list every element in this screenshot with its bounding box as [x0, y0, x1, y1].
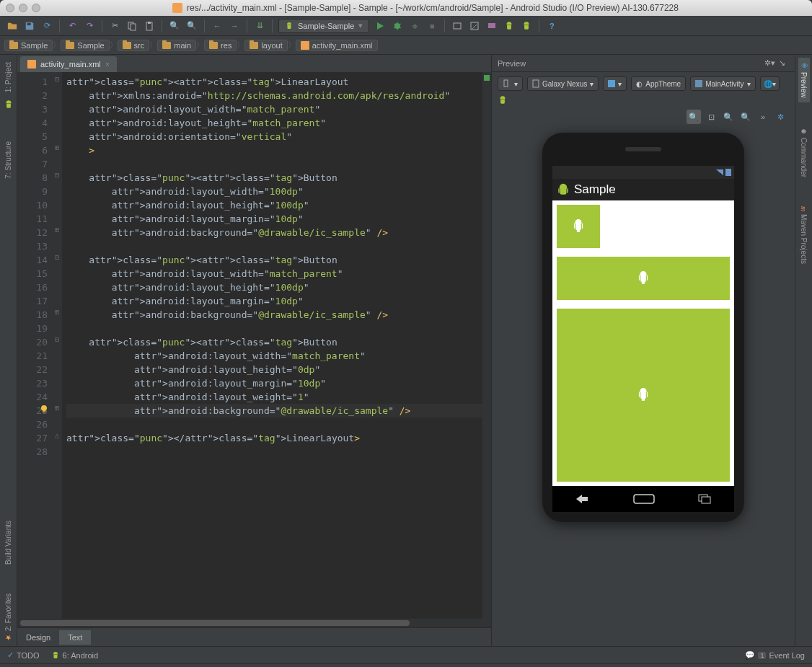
stop-icon[interactable]: ■: [425, 19, 438, 32]
preview-button-2: [557, 257, 730, 300]
preview-panel: Preview ✲▾ ↘ ▾ Galaxy Nexus▾ ▾ ◐AppTheme…: [492, 55, 795, 646]
editor-file-tab[interactable]: activity_main.xml ×: [20, 56, 117, 72]
android-icon[interactable]: [503, 19, 516, 32]
svg-point-5: [394, 23, 400, 29]
make-icon[interactable]: ⇊: [253, 19, 266, 32]
android-icon[interactable]: [498, 95, 508, 105]
todo-tab[interactable]: ✓TODO: [7, 650, 40, 660]
device-dropdown[interactable]: Galaxy Nexus▾: [527, 76, 599, 91]
event-log-tab[interactable]: 💬1 Event Log: [745, 650, 805, 660]
settings-icon[interactable]: ✲: [773, 110, 787, 124]
run-config-dropdown[interactable]: Sample-Sample ▾: [278, 19, 369, 33]
debug-icon[interactable]: [391, 19, 404, 32]
find-icon[interactable]: 🔍: [168, 19, 181, 32]
help-icon[interactable]: ?: [545, 19, 558, 32]
more-icon[interactable]: »: [756, 110, 770, 124]
design-tab[interactable]: Design: [17, 630, 59, 645]
folder-icon: [250, 42, 258, 49]
navigation-bar: [552, 486, 734, 512]
file-icon: [172, 3, 182, 13]
api-dropdown[interactable]: ▾: [603, 76, 627, 91]
intention-bulb-icon[interactable]: [39, 404, 49, 418]
paste-icon[interactable]: [143, 19, 156, 32]
save-icon[interactable]: [23, 19, 36, 32]
action-bar: Sample: [552, 179, 734, 200]
open-icon[interactable]: [6, 19, 19, 32]
theme-dropdown[interactable]: ◐AppTheme: [631, 76, 686, 91]
attach-debugger-icon[interactable]: ⎆: [408, 19, 421, 32]
breadcrumb-item[interactable]: main: [157, 40, 196, 51]
back-icon: [574, 493, 590, 505]
breadcrumb-item[interactable]: Sample: [4, 40, 53, 51]
right-tool-dock: 👁Preview ☻Commander mMaven Projects: [795, 55, 812, 646]
editor-panel: activity_main.xml × 12345678910111213141…: [17, 55, 492, 646]
redo-icon[interactable]: ↷: [83, 19, 96, 32]
breadcrumb-item[interactable]: layout: [244, 40, 287, 51]
svg-rect-6: [454, 23, 461, 29]
text-tab[interactable]: Text: [59, 630, 91, 645]
zoom-window-button[interactable]: [32, 4, 40, 12]
locale-dropdown[interactable]: 🌐▾: [760, 76, 780, 91]
gear-icon[interactable]: ✲▾: [764, 58, 775, 69]
preview-tool-tab[interactable]: 👁Preview: [798, 58, 810, 102]
orientation-dropdown[interactable]: ▾: [498, 76, 523, 91]
app-icon: [557, 183, 570, 196]
status-ok-indicator: [484, 75, 490, 81]
zoom-actual-icon[interactable]: ⊡: [704, 110, 718, 124]
window-title: res/.../activity_main.xml - [Sample-Samp…: [187, 3, 679, 13]
folder-icon: [9, 42, 18, 49]
android-green-icon[interactable]: [520, 19, 533, 32]
svg-rect-8: [488, 23, 495, 28]
device-screen[interactable]: Sample: [552, 166, 734, 486]
sdk-manager-icon[interactable]: [468, 19, 481, 32]
replace-icon[interactable]: 🔍: [185, 19, 198, 32]
folder-icon: [123, 42, 131, 49]
xml-file-icon: [27, 60, 36, 69]
back-icon[interactable]: ←: [211, 19, 224, 32]
build-variants-tab[interactable]: Build Variants: [3, 516, 14, 569]
undo-icon[interactable]: ↶: [66, 19, 79, 32]
forward-icon[interactable]: →: [228, 19, 241, 32]
commander-tool-tab[interactable]: ☻Commander: [798, 123, 809, 182]
monitor-icon[interactable]: [485, 19, 498, 32]
zoom-fit-icon[interactable]: 🔍: [687, 110, 701, 124]
svg-point-17: [641, 273, 642, 273]
bottom-tool-bar: ✓TODO 6: Android 💬1 Event Log: [0, 646, 812, 663]
structure-tool-tab[interactable]: 7: Structure: [3, 137, 14, 183]
error-stripe[interactable]: [482, 72, 491, 619]
minimize-window-button[interactable]: [19, 4, 27, 12]
breadcrumb-item[interactable]: Sample: [61, 40, 109, 51]
cut-icon[interactable]: ✂: [108, 19, 121, 32]
minimize-icon[interactable]: ↘: [779, 58, 789, 69]
avd-manager-icon[interactable]: [451, 19, 464, 32]
breadcrumb-item[interactable]: src: [118, 40, 150, 51]
breadcrumb-item[interactable]: activity_main.xml: [296, 40, 378, 51]
android-tab[interactable]: 6: Android: [51, 651, 99, 660]
maven-tool-tab[interactable]: mMaven Projects: [798, 202, 809, 268]
run-icon[interactable]: [374, 19, 387, 32]
folder-icon: [209, 42, 218, 49]
svg-point-20: [644, 389, 645, 390]
zoom-out-icon[interactable]: 🔍: [738, 110, 753, 124]
close-window-button[interactable]: [6, 4, 14, 12]
breadcrumb-item[interactable]: res: [204, 40, 237, 51]
battery-icon: [725, 169, 731, 176]
code-editor[interactable]: attr">class="punc"><attr">class="tag">Li…: [62, 72, 482, 619]
fold-column[interactable]: ⊟⊞⊟⊞⊟⊞⊟⊞△: [52, 72, 62, 619]
line-number-gutter: 1234567891011121314151617181920212223242…: [17, 72, 52, 619]
project-tool-tab[interactable]: 1: Project: [3, 58, 14, 97]
favorites-tab[interactable]: ★2: Favorites: [3, 589, 14, 646]
horizontal-scrollbar[interactable]: [17, 619, 491, 627]
zoom-in-icon[interactable]: 🔍: [721, 110, 736, 124]
preview-title: Preview: [498, 59, 526, 68]
preview-button-3: [557, 309, 730, 482]
recents-icon: [698, 494, 712, 504]
android-icon: [4, 100, 14, 110]
close-tab-icon[interactable]: ×: [105, 60, 110, 69]
sync-icon[interactable]: ⟳: [40, 19, 53, 32]
copy-icon[interactable]: [125, 19, 138, 32]
svg-rect-11: [504, 80, 508, 87]
device-frame: Sample: [542, 133, 744, 522]
mac-titlebar: res/.../activity_main.xml - [Sample-Samp…: [0, 0, 812, 16]
activity-dropdown[interactable]: MainActivity▾: [690, 76, 755, 91]
